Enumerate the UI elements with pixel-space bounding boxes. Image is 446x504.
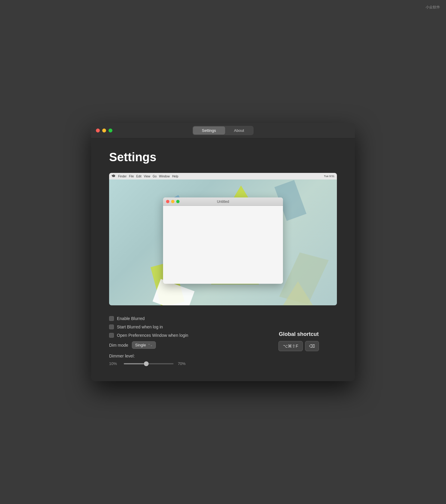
menubar-view: View [144,175,150,178]
menubar-edit: Edit [136,175,141,178]
dimmer-label: Dimmer level: [109,354,188,358]
checkbox-row-start-blurred: Start Blurred when log in [109,325,188,329]
label-start-blurred: Start Blurred when log in [117,325,163,329]
desktop-wallpaper: Untitled [109,179,337,305]
dim-mode-value: Single [135,343,146,347]
floating-minimize [171,200,174,203]
dim-mode-row: Dim mode Single ⌃⌄ [109,341,188,349]
slider-track[interactable] [124,363,174,364]
shape-8 [283,281,313,305]
slider-min: 10% [109,361,120,366]
global-shortcut-title: Global shortcut [278,331,319,337]
floating-window-title: Untitled [217,200,229,204]
checkbox-enable-blurred[interactable] [109,316,114,321]
label-enable-blurred: Enable Blurred [117,316,145,321]
floating-window: Untitled [163,197,283,284]
checkbox-start-blurred[interactable] [109,325,114,329]
menubar-right: Tue 9:51 [324,175,334,178]
maximize-button[interactable] [109,129,112,132]
slider-thumb[interactable] [144,361,149,366]
content-area: Settings Finder File Edit View Go Window… [91,138,355,381]
preview-container: Finder File Edit View Go Window Help Tue… [109,173,337,305]
shortcut-delete-button[interactable]: ⌫ [305,341,319,351]
floating-titlebar: Untitled [163,197,283,206]
menubar-items: Finder File Edit View Go Window Help [118,175,178,178]
traffic-lights [96,129,112,132]
bottom-section: Enable Blurred Start Blurred when log in… [109,315,337,366]
apple-icon [112,174,115,178]
floating-window-body [163,206,283,284]
slider-row: 10% 70% [109,361,188,366]
label-open-prefs: Open Preferences Window when login [117,333,188,338]
tab-about[interactable]: About [225,126,253,135]
shortcut-key-combo[interactable]: ⌥⌘⇧F [278,341,303,351]
shortcut-row: ⌥⌘⇧F ⌫ [278,341,319,351]
titlebar: Settings About [91,123,355,138]
settings-controls: Enable Blurred Start Blurred when log in… [109,316,188,366]
close-button[interactable] [96,129,100,132]
menubar-file: File [129,175,134,178]
watermark-label: 小众软件 [426,5,440,10]
tab-settings[interactable]: Settings [193,126,225,135]
menubar-help: Help [172,175,178,178]
slider-max: 70% [178,361,188,366]
minimize-button[interactable] [102,129,106,132]
page-title: Settings [109,150,337,164]
mac-menubar: Finder File Edit View Go Window Help Tue… [109,173,337,179]
app-window: Settings About Settings Finder File Edit… [91,123,355,381]
checkbox-row-open-prefs: Open Preferences Window when login [109,333,188,338]
checkbox-open-prefs[interactable] [109,333,114,338]
controls-left: Enable Blurred Start Blurred when log in… [109,315,188,366]
slider-fill [124,363,146,364]
menubar-go: Go [153,175,156,178]
dropdown-arrow-icon: ⌃⌄ [148,343,153,347]
floating-maximize [176,200,180,203]
global-shortcut-panel: Global shortcut ⌥⌘⇧F ⌫ [278,331,319,351]
dim-mode-dropdown[interactable]: Single ⌃⌄ [132,341,156,349]
floating-traffic-lights [166,200,180,203]
checkbox-row-enable-blurred: Enable Blurred [109,316,188,321]
floating-close [166,200,169,203]
tab-group: Settings About [192,126,254,135]
menubar-time: Tue 9:51 [324,175,334,178]
menubar-finder: Finder [118,175,126,178]
dim-mode-label: Dim mode [109,343,128,348]
menubar-window: Window [159,175,170,178]
